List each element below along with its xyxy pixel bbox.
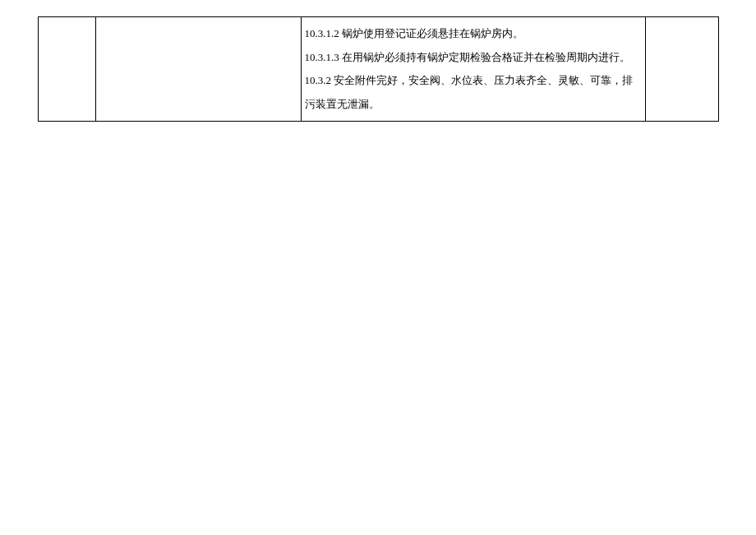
cell-content-wrapper: 10.3.1.2 锅炉使用登记证必须悬挂在锅炉房内。 10.3.1.3 在用锅炉… [305,22,643,116]
table-cell-col2 [95,17,301,122]
table-row: 10.3.1.2 锅炉使用登记证必须悬挂在锅炉房内。 10.3.1.3 在用锅炉… [39,17,719,122]
regulation-table: 10.3.1.2 锅炉使用登记证必须悬挂在锅炉房内。 10.3.1.3 在用锅炉… [38,16,719,122]
regulation-line: 10.3.2 安全附件完好，安全阀、水位表、压力表齐全、灵敏、可靠，排污装置无泄… [305,69,643,116]
table-cell-col1 [39,17,96,122]
document-table-container: 10.3.1.2 锅炉使用登记证必须悬挂在锅炉房内。 10.3.1.3 在用锅炉… [38,16,719,122]
regulation-line: 10.3.1.2 锅炉使用登记证必须悬挂在锅炉房内。 [305,22,643,46]
table-cell-col4 [646,17,719,122]
table-cell-col3: 10.3.1.2 锅炉使用登记证必须悬挂在锅炉房内。 10.3.1.3 在用锅炉… [301,17,646,122]
regulation-line: 10.3.1.3 在用锅炉必须持有锅炉定期检验合格证并在检验周期内进行。 [305,46,643,70]
